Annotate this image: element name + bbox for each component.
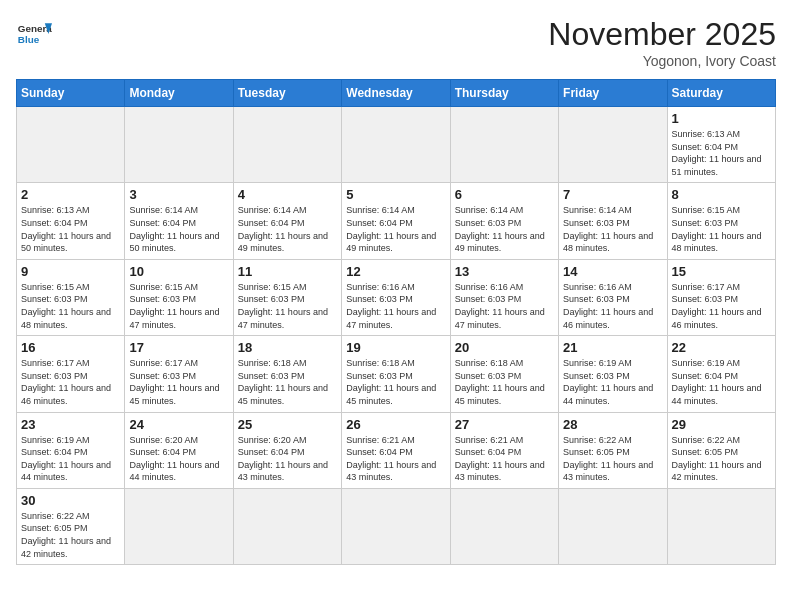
day-info: Sunrise: 6:21 AM Sunset: 6:04 PM Dayligh… [346, 434, 445, 484]
calendar-cell [233, 107, 341, 183]
calendar-cell: 9Sunrise: 6:15 AM Sunset: 6:03 PM Daylig… [17, 259, 125, 335]
weekday-header-row: SundayMondayTuesdayWednesdayThursdayFrid… [17, 80, 776, 107]
calendar-cell [125, 488, 233, 564]
day-number: 19 [346, 340, 445, 355]
calendar-cell: 29Sunrise: 6:22 AM Sunset: 6:05 PM Dayli… [667, 412, 775, 488]
day-number: 15 [672, 264, 771, 279]
calendar-cell: 11Sunrise: 6:15 AM Sunset: 6:03 PM Dayli… [233, 259, 341, 335]
calendar-cell: 19Sunrise: 6:18 AM Sunset: 6:03 PM Dayli… [342, 336, 450, 412]
weekday-header-saturday: Saturday [667, 80, 775, 107]
day-number: 6 [455, 187, 554, 202]
calendar-cell: 25Sunrise: 6:20 AM Sunset: 6:04 PM Dayli… [233, 412, 341, 488]
day-info: Sunrise: 6:15 AM Sunset: 6:03 PM Dayligh… [238, 281, 337, 331]
day-info: Sunrise: 6:16 AM Sunset: 6:03 PM Dayligh… [346, 281, 445, 331]
calendar-cell [559, 107, 667, 183]
calendar-cell: 3Sunrise: 6:14 AM Sunset: 6:04 PM Daylig… [125, 183, 233, 259]
day-info: Sunrise: 6:14 AM Sunset: 6:04 PM Dayligh… [346, 204, 445, 254]
day-info: Sunrise: 6:15 AM Sunset: 6:03 PM Dayligh… [21, 281, 120, 331]
calendar-cell: 28Sunrise: 6:22 AM Sunset: 6:05 PM Dayli… [559, 412, 667, 488]
day-number: 10 [129, 264, 228, 279]
day-number: 14 [563, 264, 662, 279]
weekday-header-sunday: Sunday [17, 80, 125, 107]
day-info: Sunrise: 6:19 AM Sunset: 6:04 PM Dayligh… [672, 357, 771, 407]
day-info: Sunrise: 6:14 AM Sunset: 6:03 PM Dayligh… [563, 204, 662, 254]
calendar-week-row: 16Sunrise: 6:17 AM Sunset: 6:03 PM Dayli… [17, 336, 776, 412]
weekday-header-wednesday: Wednesday [342, 80, 450, 107]
day-info: Sunrise: 6:19 AM Sunset: 6:04 PM Dayligh… [21, 434, 120, 484]
weekday-header-tuesday: Tuesday [233, 80, 341, 107]
calendar-cell: 23Sunrise: 6:19 AM Sunset: 6:04 PM Dayli… [17, 412, 125, 488]
calendar-cell: 14Sunrise: 6:16 AM Sunset: 6:03 PM Dayli… [559, 259, 667, 335]
day-info: Sunrise: 6:17 AM Sunset: 6:03 PM Dayligh… [21, 357, 120, 407]
calendar-cell [450, 107, 558, 183]
calendar-cell: 30Sunrise: 6:22 AM Sunset: 6:05 PM Dayli… [17, 488, 125, 564]
calendar-cell [17, 107, 125, 183]
calendar-week-row: 1Sunrise: 6:13 AM Sunset: 6:04 PM Daylig… [17, 107, 776, 183]
day-number: 25 [238, 417, 337, 432]
day-info: Sunrise: 6:15 AM Sunset: 6:03 PM Dayligh… [129, 281, 228, 331]
calendar-cell: 16Sunrise: 6:17 AM Sunset: 6:03 PM Dayli… [17, 336, 125, 412]
calendar-week-row: 9Sunrise: 6:15 AM Sunset: 6:03 PM Daylig… [17, 259, 776, 335]
day-info: Sunrise: 6:18 AM Sunset: 6:03 PM Dayligh… [238, 357, 337, 407]
day-info: Sunrise: 6:16 AM Sunset: 6:03 PM Dayligh… [455, 281, 554, 331]
day-number: 23 [21, 417, 120, 432]
day-number: 30 [21, 493, 120, 508]
calendar-cell: 15Sunrise: 6:17 AM Sunset: 6:03 PM Dayli… [667, 259, 775, 335]
day-number: 16 [21, 340, 120, 355]
calendar-cell: 10Sunrise: 6:15 AM Sunset: 6:03 PM Dayli… [125, 259, 233, 335]
calendar-table: SundayMondayTuesdayWednesdayThursdayFrid… [16, 79, 776, 565]
calendar-cell [450, 488, 558, 564]
svg-text:Blue: Blue [18, 34, 40, 45]
day-info: Sunrise: 6:14 AM Sunset: 6:04 PM Dayligh… [129, 204, 228, 254]
day-number: 1 [672, 111, 771, 126]
logo-icon: General Blue [16, 16, 52, 52]
page-header: General Blue November 2025 Yogonon, Ivor… [16, 16, 776, 69]
day-info: Sunrise: 6:16 AM Sunset: 6:03 PM Dayligh… [563, 281, 662, 331]
day-info: Sunrise: 6:14 AM Sunset: 6:04 PM Dayligh… [238, 204, 337, 254]
weekday-header-monday: Monday [125, 80, 233, 107]
calendar-cell: 24Sunrise: 6:20 AM Sunset: 6:04 PM Dayli… [125, 412, 233, 488]
calendar-subtitle: Yogonon, Ivory Coast [548, 53, 776, 69]
day-info: Sunrise: 6:18 AM Sunset: 6:03 PM Dayligh… [455, 357, 554, 407]
calendar-cell: 18Sunrise: 6:18 AM Sunset: 6:03 PM Dayli… [233, 336, 341, 412]
logo: General Blue [16, 16, 52, 52]
day-number: 2 [21, 187, 120, 202]
day-number: 11 [238, 264, 337, 279]
title-block: November 2025 Yogonon, Ivory Coast [548, 16, 776, 69]
day-number: 29 [672, 417, 771, 432]
weekday-header-thursday: Thursday [450, 80, 558, 107]
day-number: 7 [563, 187, 662, 202]
day-number: 18 [238, 340, 337, 355]
day-info: Sunrise: 6:13 AM Sunset: 6:04 PM Dayligh… [672, 128, 771, 178]
day-number: 28 [563, 417, 662, 432]
calendar-cell: 8Sunrise: 6:15 AM Sunset: 6:03 PM Daylig… [667, 183, 775, 259]
day-number: 22 [672, 340, 771, 355]
day-number: 5 [346, 187, 445, 202]
day-number: 3 [129, 187, 228, 202]
day-info: Sunrise: 6:21 AM Sunset: 6:04 PM Dayligh… [455, 434, 554, 484]
calendar-cell [559, 488, 667, 564]
day-info: Sunrise: 6:20 AM Sunset: 6:04 PM Dayligh… [129, 434, 228, 484]
day-info: Sunrise: 6:17 AM Sunset: 6:03 PM Dayligh… [129, 357, 228, 407]
calendar-cell: 1Sunrise: 6:13 AM Sunset: 6:04 PM Daylig… [667, 107, 775, 183]
day-number: 8 [672, 187, 771, 202]
day-number: 26 [346, 417, 445, 432]
day-info: Sunrise: 6:22 AM Sunset: 6:05 PM Dayligh… [21, 510, 120, 560]
calendar-cell: 7Sunrise: 6:14 AM Sunset: 6:03 PM Daylig… [559, 183, 667, 259]
calendar-cell: 20Sunrise: 6:18 AM Sunset: 6:03 PM Dayli… [450, 336, 558, 412]
calendar-cell: 4Sunrise: 6:14 AM Sunset: 6:04 PM Daylig… [233, 183, 341, 259]
calendar-week-row: 2Sunrise: 6:13 AM Sunset: 6:04 PM Daylig… [17, 183, 776, 259]
calendar-cell: 12Sunrise: 6:16 AM Sunset: 6:03 PM Dayli… [342, 259, 450, 335]
day-info: Sunrise: 6:18 AM Sunset: 6:03 PM Dayligh… [346, 357, 445, 407]
calendar-cell: 26Sunrise: 6:21 AM Sunset: 6:04 PM Dayli… [342, 412, 450, 488]
calendar-cell: 5Sunrise: 6:14 AM Sunset: 6:04 PM Daylig… [342, 183, 450, 259]
day-info: Sunrise: 6:17 AM Sunset: 6:03 PM Dayligh… [672, 281, 771, 331]
day-info: Sunrise: 6:14 AM Sunset: 6:03 PM Dayligh… [455, 204, 554, 254]
calendar-week-row: 30Sunrise: 6:22 AM Sunset: 6:05 PM Dayli… [17, 488, 776, 564]
calendar-cell [125, 107, 233, 183]
calendar-cell [342, 488, 450, 564]
day-info: Sunrise: 6:22 AM Sunset: 6:05 PM Dayligh… [563, 434, 662, 484]
calendar-cell: 21Sunrise: 6:19 AM Sunset: 6:03 PM Dayli… [559, 336, 667, 412]
day-info: Sunrise: 6:13 AM Sunset: 6:04 PM Dayligh… [21, 204, 120, 254]
day-info: Sunrise: 6:22 AM Sunset: 6:05 PM Dayligh… [672, 434, 771, 484]
